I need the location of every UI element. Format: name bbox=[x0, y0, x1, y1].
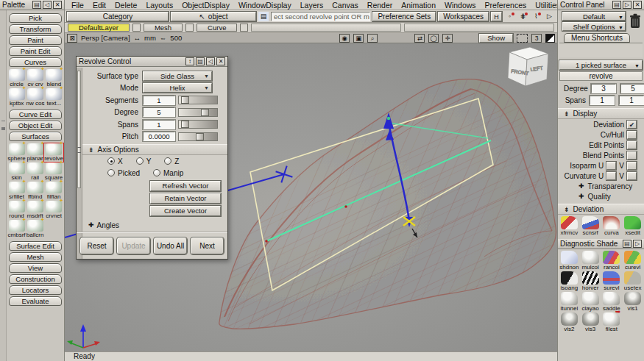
menu-layouts[interactable]: Layouts bbox=[141, 1, 177, 10]
radio-y[interactable] bbox=[136, 157, 144, 165]
transparency-section-header[interactable]: ✚Transparency bbox=[558, 181, 644, 191]
dialog-scrollbar[interactable] bbox=[77, 68, 82, 259]
quality-section-header[interactable]: ✚Quality bbox=[558, 191, 644, 201]
slider-thumb[interactable] bbox=[201, 109, 209, 116]
shelf-tool-xsedit[interactable]: xsedit bbox=[622, 216, 643, 236]
menu-objectdisplay[interactable]: ObjectDisplay bbox=[177, 1, 234, 10]
radio-picked[interactable] bbox=[107, 169, 115, 176]
blend-points-checkbox[interactable] bbox=[627, 151, 637, 160]
dialog-titlebar[interactable]: Revolve Control ↕ ▤ ◁ ✕ bbox=[77, 57, 227, 67]
palette-tab-surface-edit[interactable]: Surface Edit bbox=[9, 241, 62, 251]
menu-render[interactable]: Render bbox=[363, 1, 397, 10]
menu-windows[interactable]: Windows bbox=[440, 1, 481, 10]
category-button[interactable]: Category bbox=[67, 12, 169, 21]
object-selector-button[interactable]: ↖ object bbox=[171, 12, 256, 21]
shelf-tool-vis1[interactable]: vis1 bbox=[622, 292, 643, 312]
shelf-tool-usetex[interactable]: usetex bbox=[622, 271, 643, 291]
refresh-vector-button[interactable]: Refresh Vector bbox=[150, 181, 221, 191]
reset-button[interactable]: Reset bbox=[80, 237, 113, 254]
close-icon[interactable]: ✕ bbox=[216, 57, 225, 65]
layer-empty-slot[interactable] bbox=[404, 24, 554, 32]
menu-animation[interactable]: Animation bbox=[397, 1, 440, 10]
shelf-tool-surevl[interactable]: surevl bbox=[601, 271, 623, 291]
palette-tab-construction[interactable]: Construction bbox=[9, 274, 62, 284]
undo-all-button[interactable]: Undo All bbox=[154, 237, 187, 254]
magnifier-icon[interactable]: ⌕ bbox=[367, 34, 378, 43]
preference-sets-button[interactable]: Preference Sets bbox=[372, 12, 436, 21]
grid-count-button[interactable]: 3 bbox=[531, 34, 542, 43]
curvature-u-checkbox[interactable] bbox=[606, 172, 616, 180]
tool-crvnet[interactable]: crvnet bbox=[44, 201, 63, 219]
viewport-menu-icon[interactable]: ⊠ bbox=[67, 34, 77, 43]
palette-tab-view[interactable]: View bbox=[9, 263, 62, 273]
mode-dropdown[interactable]: Helix▼ bbox=[143, 83, 212, 93]
segments-input[interactable]: 1 bbox=[143, 96, 175, 105]
degree-input[interactable]: 5 bbox=[143, 107, 175, 117]
menu-preferences[interactable]: Preferences bbox=[481, 1, 531, 10]
hotkey-button[interactable]: H bbox=[491, 12, 502, 21]
drag-grip-icon[interactable] bbox=[1, 121, 5, 128]
layer-visibility-box[interactable] bbox=[240, 24, 248, 32]
close-icon[interactable]: ✕ bbox=[633, 1, 642, 9]
isoparm-u-checkbox[interactable] bbox=[606, 162, 616, 170]
default-dropdown[interactable]: Default ▼ bbox=[562, 12, 626, 21]
spans-value[interactable]: 1 bbox=[590, 96, 615, 105]
slider-thumb[interactable] bbox=[196, 133, 204, 140]
shelf-tool-vis3[interactable]: vis3 bbox=[580, 312, 601, 332]
layer-visibility-box[interactable] bbox=[132, 24, 141, 32]
palette-tab-paint[interactable]: Paint bbox=[9, 35, 62, 45]
shelf-tool-scnsrf[interactable]: scnsrf bbox=[580, 216, 601, 236]
shelf-tool-shdnon[interactable]: shdnon bbox=[559, 251, 580, 271]
spans-input[interactable]: 1 bbox=[143, 120, 175, 129]
collapse-icon[interactable]: ◁ bbox=[43, 1, 52, 9]
show-button[interactable]: Show bbox=[479, 34, 513, 43]
layer-chip-curve[interactable]: Curve bbox=[197, 24, 237, 32]
edit-points-checkbox[interactable] bbox=[627, 141, 637, 149]
snap-grid-icon[interactable]: ◦ bbox=[504, 12, 515, 21]
menu-shortcuts-tab[interactable]: Menu Shortcuts bbox=[564, 33, 630, 43]
layer-visibility-box[interactable] bbox=[185, 24, 194, 32]
shade-toggle-icon[interactable] bbox=[545, 34, 555, 43]
drag-grip-icon[interactable] bbox=[77, 147, 81, 153]
menu-file[interactable]: File bbox=[67, 1, 88, 10]
layer-empty-slot[interactable] bbox=[251, 24, 401, 32]
radio-z[interactable] bbox=[164, 157, 171, 165]
pitch-input[interactable]: 0.0000 bbox=[143, 132, 175, 141]
shelf-area[interactable] bbox=[559, 43, 643, 57]
deviation-section-header[interactable]: ⇟ Deviation bbox=[558, 204, 644, 215]
layer-chip-mesh[interactable]: Mesh bbox=[144, 24, 183, 32]
expand-icon[interactable]: ▷ bbox=[623, 1, 631, 9]
slider-thumb[interactable] bbox=[181, 96, 189, 104]
close-icon[interactable]: ✕ bbox=[53, 1, 62, 9]
shelf-tool-mulcol[interactable]: mulcol bbox=[580, 251, 601, 271]
menu-layers[interactable]: Layers bbox=[296, 1, 328, 10]
camera-icon[interactable]: ◉ bbox=[339, 34, 350, 43]
pan-icon[interactable]: ✛ bbox=[442, 34, 453, 43]
scale-value[interactable]: 500 bbox=[170, 34, 182, 42]
trash-icon[interactable] bbox=[629, 13, 642, 29]
shelf-tool-curva[interactable]: curva bbox=[601, 216, 623, 236]
shelf-options-dropdown[interactable]: Shelf Options ▼ bbox=[562, 22, 626, 31]
deviation-checkbox[interactable]: ✔ bbox=[627, 121, 637, 129]
scrollbar-thumb[interactable] bbox=[77, 71, 81, 188]
shelf-tool-clayao[interactable]: clayao bbox=[580, 292, 601, 312]
tool-ballcrn[interactable]: ballcrn bbox=[26, 220, 44, 238]
slider-thumb[interactable] bbox=[181, 121, 189, 128]
tool-kptbx[interactable]: kptbx bbox=[7, 88, 26, 107]
picked-surface-dropdown[interactable]: 1 picked surface ▼ bbox=[559, 60, 643, 70]
next-button[interactable]: Next bbox=[191, 237, 224, 254]
menu-windowdisplay[interactable]: WindowDisplay bbox=[234, 1, 296, 10]
palette-tab-locators[interactable]: Locators bbox=[9, 285, 62, 295]
layer-chip-defaultlayer[interactable]: DefaultLayer bbox=[68, 24, 130, 32]
radio-x[interactable] bbox=[107, 157, 115, 165]
cv-hull-checkbox[interactable] bbox=[627, 131, 637, 139]
shelf-tool-filest[interactable]: filest bbox=[601, 312, 623, 332]
view-cube[interactable]: FRONT LEFT bbox=[508, 47, 548, 86]
curvature-u-v-checkbox[interactable] bbox=[627, 172, 637, 180]
lasso-icon[interactable]: ◯ bbox=[428, 34, 439, 43]
surface-type-dropdown[interactable]: Side Glass▼ bbox=[143, 71, 212, 81]
spans-value[interactable]: 1 bbox=[619, 96, 644, 105]
palette-tab-mesh[interactable]: Mesh bbox=[9, 252, 62, 262]
snap-curve-icon[interactable]: ⋕ bbox=[517, 12, 528, 21]
list-icon[interactable]: ▤ bbox=[612, 1, 621, 9]
